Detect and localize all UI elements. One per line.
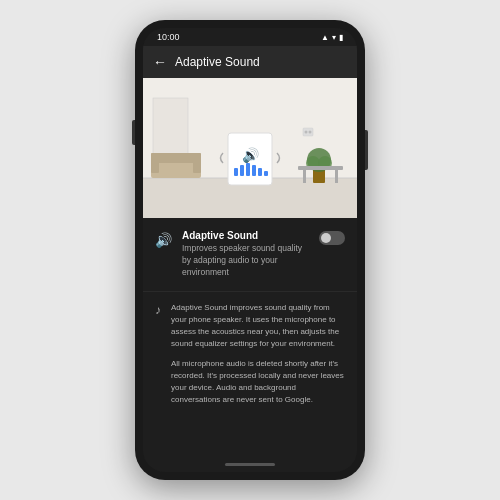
info-paragraph-1: Adaptive Sound improves sound quality fr… (171, 302, 345, 350)
status-time: 10:00 (157, 32, 180, 42)
svg-rect-22 (335, 170, 338, 183)
toggle-container (319, 231, 345, 245)
info-text-block: Adaptive Sound improves sound quality fr… (171, 302, 345, 406)
setting-text-block: Adaptive Sound Improves speaker sound qu… (182, 230, 311, 279)
room-illustration: 🔊 (143, 78, 357, 218)
home-bar (225, 463, 275, 466)
svg-rect-7 (193, 153, 201, 173)
back-button[interactable]: ← (153, 54, 167, 70)
signal-icon: ▲ (321, 33, 329, 42)
setting-description: Improves speaker sound quality by adapti… (182, 243, 311, 279)
svg-rect-10 (234, 168, 238, 176)
svg-point-24 (305, 131, 308, 134)
setting-title: Adaptive Sound (182, 230, 311, 241)
svg-rect-20 (298, 166, 343, 170)
page-title: Adaptive Sound (175, 55, 260, 69)
toggle-knob (321, 233, 331, 243)
home-indicator (143, 456, 357, 472)
svg-rect-21 (303, 170, 306, 183)
svg-point-25 (309, 131, 312, 134)
phone-screen: 10:00 ▲ ▾ ▮ ← Adaptive Sound (143, 28, 357, 472)
svg-rect-14 (258, 168, 262, 176)
speaker-setting-icon: 🔊 (155, 232, 172, 248)
adaptive-sound-toggle[interactable] (319, 231, 345, 245)
status-bar: 10:00 ▲ ▾ ▮ (143, 28, 357, 46)
phone-frame: 10:00 ▲ ▾ ▮ ← Adaptive Sound (135, 20, 365, 480)
room-svg: 🔊 (143, 78, 357, 218)
info-paragraph-2: All microphone audio is deleted shortly … (171, 358, 345, 406)
status-icons: ▲ ▾ ▮ (321, 33, 343, 42)
wifi-icon: ▾ (332, 33, 336, 42)
svg-text:🔊: 🔊 (242, 147, 260, 164)
svg-rect-3 (153, 98, 188, 158)
top-nav: ← Adaptive Sound (143, 46, 357, 78)
music-info-icon: ♪ (155, 303, 161, 317)
adaptive-sound-row: 🔊 Adaptive Sound Improves speaker sound … (143, 218, 357, 292)
info-section: ♪ Adaptive Sound improves sound quality … (143, 292, 357, 416)
svg-rect-6 (151, 153, 159, 173)
content-area: 🔊 Adaptive Sound Improves speaker sound … (143, 218, 357, 456)
svg-rect-12 (246, 163, 250, 176)
svg-rect-15 (264, 171, 268, 176)
battery-icon: ▮ (339, 33, 343, 42)
svg-rect-13 (252, 165, 256, 176)
svg-rect-11 (240, 165, 244, 176)
